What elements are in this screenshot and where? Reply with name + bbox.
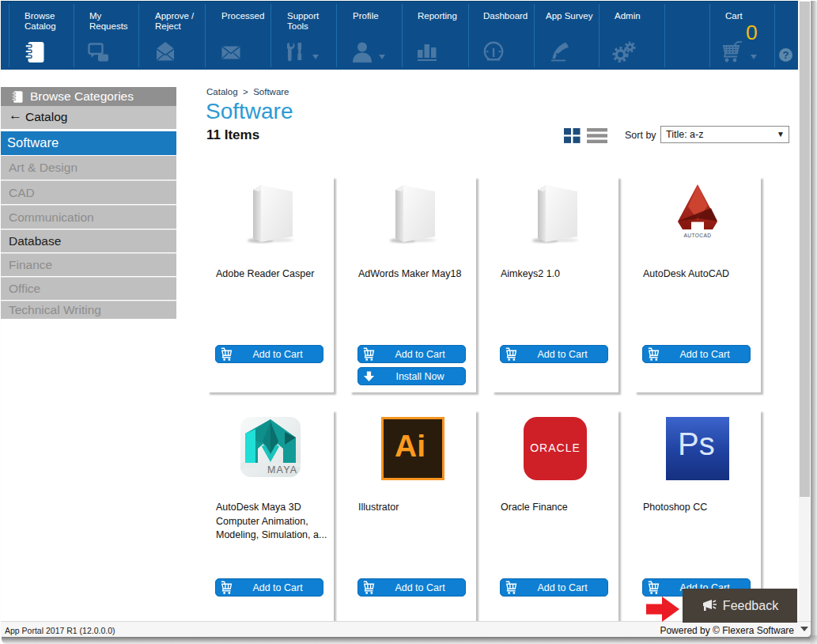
svg-text:AUTOCAD: AUTOCAD (684, 233, 712, 238)
svg-text:MAYA: MAYA (267, 464, 297, 475)
